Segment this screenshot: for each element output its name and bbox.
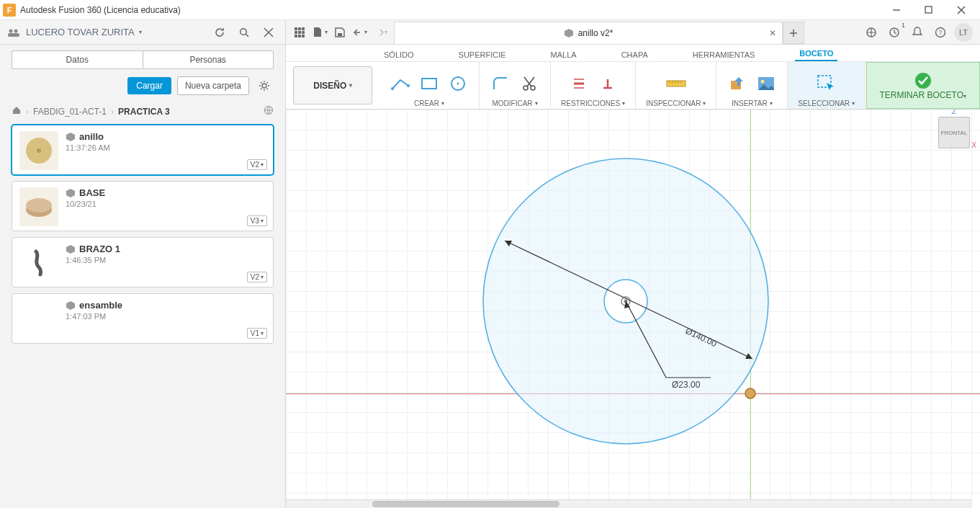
- design-time: 1:47:03 PM: [66, 312, 122, 321]
- canvas[interactable]: Ø140.00 Ø23.00 Z FRONTAL X: [286, 110, 980, 508]
- line-tool-button[interactable]: [390, 73, 411, 94]
- window-minimize-button[interactable]: [880, 0, 912, 20]
- horizontal-constraint-button[interactable]: [568, 73, 590, 94]
- workspace-dropdown[interactable]: DISEÑO ▾: [293, 66, 372, 104]
- ribbon-group-label[interactable]: RESTRICCIONES▾: [561, 98, 625, 107]
- sketch-point[interactable]: [745, 388, 755, 398]
- design-card[interactable]: BASE 10/23/21 V3▾: [12, 181, 274, 231]
- ribbon-group-label[interactable]: INSERTAR▾: [732, 98, 773, 107]
- help-button[interactable]: ?: [931, 23, 950, 42]
- upload-button[interactable]: Cargar: [127, 77, 171, 94]
- window-close-button[interactable]: [945, 0, 977, 20]
- document-tab[interactable]: anillo v2* ✕: [394, 22, 783, 44]
- user-avatar[interactable]: LT: [954, 23, 973, 42]
- svg-rect-15: [298, 31, 301, 34]
- version-dropdown[interactable]: V1▾: [247, 328, 267, 339]
- home-icon[interactable]: [12, 105, 22, 117]
- timeline-scrollbar[interactable]: [286, 499, 971, 508]
- ribbon-tab-mesh[interactable]: MALLA: [547, 48, 581, 61]
- ribbon-tab-tools[interactable]: HERRAMIENTAS: [688, 48, 760, 61]
- ribbon-tab-sheet[interactable]: CHAPA: [617, 48, 652, 61]
- ribbon: DISEÑO ▾ CREAR▾ MODIFICAR▾: [286, 62, 980, 110]
- ribbon-tab-surface[interactable]: SUPERFICIE: [454, 48, 511, 61]
- chevron-down-icon: ▾: [364, 29, 367, 35]
- trim-tool-button[interactable]: [518, 73, 540, 94]
- svg-point-7: [240, 28, 247, 35]
- ribbon-group-label[interactable]: INSPECCIONAR▾: [646, 98, 706, 107]
- svg-rect-11: [295, 27, 297, 30]
- job-status-button[interactable]: 1: [885, 23, 904, 42]
- insert-image-button[interactable]: [755, 73, 777, 94]
- ribbon-tab-sketch[interactable]: BOCETO: [795, 46, 837, 61]
- new-folder-button[interactable]: Nueva carpeta: [177, 76, 249, 95]
- design-time: 11:37:26 AM: [66, 143, 110, 152]
- ribbon-tab-solid[interactable]: SÓLIDO: [379, 48, 418, 61]
- team-name-dropdown[interactable]: LUCERO TOVAR ZURITA ▾: [26, 27, 142, 37]
- svg-rect-35: [422, 79, 436, 89]
- grid-apps-button[interactable]: [290, 23, 309, 42]
- rectangle-tool-button[interactable]: [418, 73, 440, 94]
- design-card[interactable]: ensamble 1:47:03 PM V1▾: [12, 293, 274, 344]
- measure-tool-button[interactable]: [665, 73, 687, 94]
- ribbon-group-select: SELECCIONAR▾: [788, 62, 866, 109]
- svg-rect-19: [302, 35, 305, 37]
- ribbon-group-label[interactable]: CREAR▾: [414, 98, 444, 107]
- breadcrumb-folder[interactable]: PRACTICA 3: [118, 107, 170, 117]
- ribbon-group-label[interactable]: SELECCIONAR▾: [798, 98, 855, 107]
- data-panel-actions: Cargar Nueva carpeta: [0, 73, 285, 102]
- window-title: Autodesk Fusion 360 (Licencia educativa): [20, 5, 181, 15]
- svg-rect-14: [295, 31, 297, 34]
- refresh-button[interactable]: [210, 23, 229, 42]
- tab-data[interactable]: Datos: [12, 50, 143, 69]
- svg-text:?: ?: [938, 29, 942, 36]
- job-badge: 1: [902, 22, 905, 29]
- ribbon-group-inspect: INSPECCIONAR▾: [636, 62, 716, 109]
- view-cube[interactable]: Z FRONTAL X: [938, 117, 970, 148]
- component-icon: [564, 28, 574, 38]
- svg-point-37: [457, 83, 459, 85]
- ribbon-group-label[interactable]: MODIFICAR▾: [492, 98, 537, 107]
- settings-button[interactable]: [255, 76, 274, 95]
- tab-people[interactable]: Personas: [143, 50, 274, 69]
- search-button[interactable]: [235, 23, 253, 42]
- svg-text:Ø23.00: Ø23.00: [672, 380, 701, 390]
- close-tab-button[interactable]: ✕: [769, 28, 776, 38]
- design-thumbnail: [19, 187, 58, 226]
- team-icon: [7, 27, 20, 37]
- data-panel-tabs: Datos Personas: [0, 45, 285, 73]
- design-card[interactable]: anillo 11:37:26 AM V2▾: [12, 125, 274, 175]
- close-panel-button[interactable]: [259, 23, 278, 42]
- perpendicular-constraint-button[interactable]: [597, 73, 619, 94]
- app-icon: F: [3, 4, 16, 17]
- ribbon-group-insert: INSERTAR▾: [716, 62, 788, 109]
- scrollbar-thumb[interactable]: [372, 501, 559, 507]
- select-tool-button[interactable]: [816, 73, 837, 94]
- design-name: BRAZO 1: [79, 244, 120, 254]
- breadcrumb: › FABDIG_01-ACT-1 › PRACTICA 3: [0, 102, 285, 125]
- window-titlebar: F Autodesk Fusion 360 (Licencia educativ…: [0, 0, 980, 20]
- finish-sketch-button[interactable]: TERMINAR BOCETO▾: [866, 62, 980, 109]
- save-button[interactable]: [331, 23, 349, 42]
- insert-derive-button[interactable]: [727, 73, 748, 94]
- breadcrumb-project[interactable]: FABDIG_01-ACT-1: [33, 107, 107, 117]
- notifications-button[interactable]: [908, 23, 927, 42]
- circle-tool-button[interactable]: [447, 73, 469, 94]
- design-thumbnail: [19, 131, 58, 170]
- window-maximize-button[interactable]: [912, 0, 945, 20]
- new-tab-button[interactable]: [783, 22, 804, 44]
- ribbon-group-create: CREAR▾: [379, 62, 480, 109]
- undo-button[interactable]: ▾: [351, 23, 369, 42]
- file-menu-button[interactable]: ▾: [310, 23, 329, 42]
- svg-rect-16: [302, 31, 305, 34]
- sketch-geometry: Ø140.00 Ø23.00: [286, 110, 980, 508]
- design-card[interactable]: BRAZO 1 1:46:35 PM V2▾: [12, 237, 274, 288]
- share-icon[interactable]: [264, 105, 274, 117]
- svg-rect-6: [8, 33, 19, 37]
- svg-point-30: [37, 148, 41, 153]
- version-dropdown[interactable]: V2▾: [247, 272, 267, 282]
- extensions-button[interactable]: [862, 23, 881, 42]
- redo-button[interactable]: ▾: [371, 23, 390, 42]
- version-dropdown[interactable]: V2▾: [247, 159, 267, 170]
- version-dropdown[interactable]: V3▾: [247, 215, 267, 226]
- fillet-tool-button[interactable]: [490, 73, 511, 94]
